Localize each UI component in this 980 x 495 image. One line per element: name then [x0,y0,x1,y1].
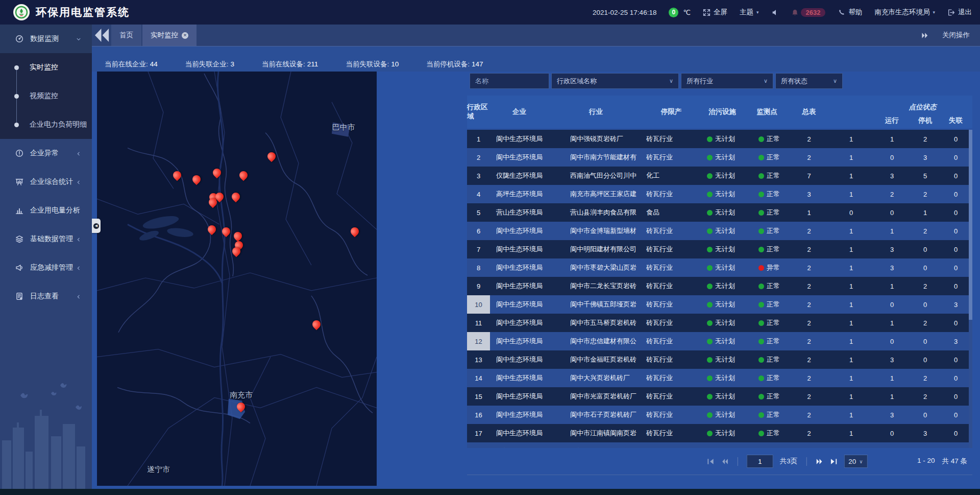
table-row-14[interactable]: 14阆中生态环境局阆中大兴页岩机砖厂砖瓦行业无计划正常21120 [467,369,972,387]
map-pin-16[interactable] [237,401,245,412]
table-row-17[interactable]: 17阆中生态环境局阆中市江南镇阆南页岩砖瓦行业无计划正常21030 [467,424,972,442]
cell-facility-status: 正常 [745,226,789,235]
cell-run-count: 0 [873,154,911,161]
stats-bar: 当前在线企业:44当前失联企业:3当前在线设备:211当前失联设备:10当前停机… [92,46,980,72]
status-dot-icon [707,394,713,399]
table-row-12[interactable]: 12阆中生态环境局阆中市忠信建材有限公砖瓦行业无计划正常21003 [467,332,972,350]
table-row-3[interactable]: 3仪陇生态环境局西南油气田分公司川中化工无计划正常71350 [467,167,972,185]
map-pin-2[interactable] [173,170,181,181]
first-page-button[interactable] [707,458,715,465]
stat-value: 3 [231,60,235,68]
table-row-16[interactable]: 16阆中生态环境局阆中市石子页岩机砖厂砖瓦行业无计划正常21300 [467,406,972,424]
status-dot-icon [707,320,713,326]
tab-0[interactable]: 首页 [111,25,141,46]
page-size-select[interactable]: 20∨ [844,455,867,468]
sidebar-item-5[interactable]: 应急减排管理 [0,253,92,282]
sidebar: 数据监测实时监控视频监控企业电力负荷明细企业异常企业综合统计企业用电量分析基础数… [0,25,92,489]
cell-lost-count: 0 [939,319,972,327]
sidebar-subitem-2[interactable]: 企业电力负荷明细 [0,110,92,139]
cell-total-meter: 1 [829,135,873,143]
table-row-2[interactable]: 2阆中生态环境局阆中市南方节能建材有砖瓦行业无计划正常21030 [467,148,972,167]
map-pin-0[interactable] [267,151,276,162]
close-operations-button[interactable]: 关闭操作 [942,31,970,40]
cell-monitor-count: 2 [789,319,829,327]
table-row-8[interactable]: 8阆中生态环境局阆中市枣碧大梁山页岩砖瓦行业无计划异常21300 [467,258,972,277]
region-filter-select[interactable]: 行政区域名称∨ [551,73,679,89]
map-panel[interactable]: 巴中市南充市遂宁市 [97,72,377,486]
map-pin-8[interactable] [209,197,217,208]
map-pin-7[interactable] [232,191,240,202]
sidebar-item-2[interactable]: 企业综合统计 [0,168,92,196]
table-row-10[interactable]: 10阆中生态环境局阆中千佛镇五郎垭页岩砖瓦行业无计划正常21003 [467,295,972,314]
cell-facility-status: 正常 [745,153,789,162]
table-row-1[interactable]: 1阆中生态环境局阆中强锐页岩砖厂砖瓦行业无计划正常21120 [467,130,972,148]
table-row-7[interactable]: 7阆中生态环境局阆中明阳建材有限公司砖瓦行业无计划正常21300 [467,240,972,258]
cell-region: 阆中生态环境局 [490,318,549,327]
map-pin-3[interactable] [192,174,201,185]
cell-monitor-count: 2 [789,356,829,364]
cell-stop-count: 0 [911,411,939,419]
cell-company: 阆中市金福旺页岩机砖 [549,355,643,364]
help-button[interactable]: 帮助 [838,8,862,17]
mute-button[interactable] [771,9,779,16]
cell-industry: 砖瓦行业 [643,355,699,364]
map-pin-1[interactable] [213,167,221,178]
table-row-11[interactable]: 11阆中生态环境局阆中市五马桥页岩机砖砖瓦行业无计划正常21120 [467,314,972,332]
status-dot-icon [707,284,713,289]
cell-region: 阆中生态环境局 [490,337,549,346]
tabs-scroll-left-button[interactable] [92,25,111,46]
table-row-9[interactable]: 9阆中生态环境局阆中市二龙长宝页岩砖砖瓦行业无计划正常21120 [467,277,972,295]
industry-filter-select[interactable]: 所有行业∨ [681,73,773,89]
chevron-down-icon: ∨ [764,78,768,84]
theme-menu[interactable]: 主题▾ [740,8,759,17]
sidebar-subitem-1[interactable]: 视频监控 [0,82,92,110]
cell-limit-status: 无计划 [699,318,745,327]
tab-1[interactable]: 实时监控✕ [142,25,197,46]
sidebar-item-0[interactable]: 数据监测 [0,25,92,53]
cell-company: 阆中市光富页岩机砖厂 [549,392,643,401]
fullscreen-button[interactable]: 全屏 [703,8,727,17]
map-pin-9[interactable] [208,224,216,235]
stat-item-4: 当前停机设备:147 [426,60,483,69]
sidebar-item-6[interactable]: 日志查看 [0,282,92,311]
name-filter-input[interactable] [470,73,549,89]
notifications[interactable]: 2632 [791,8,826,17]
cell-region: 阆中生态环境局 [490,281,549,291]
cell-company: 阆中市南方节能建材有 [549,153,643,162]
scrollbar-thumb[interactable] [969,130,972,320]
cell-limit-status: 无计划 [699,134,745,144]
cell-row-number: 5 [467,203,490,222]
table-row-13[interactable]: 13阆中生态环境局阆中市金福旺页岩机砖砖瓦行业无计划正常21300 [467,350,972,369]
sidebar-item-3[interactable]: 企业用电量分析 [0,196,92,225]
cell-lost-count: 3 [939,338,972,345]
map-pin-14[interactable] [351,226,359,237]
map-pin-13[interactable] [232,246,240,257]
cell-stop-count: 5 [911,172,939,180]
table-row-6[interactable]: 6阆中生态环境局阆中市金博瑞新型墙材砖瓦行业无计划正常21120 [467,222,972,240]
sidebar-item-1[interactable]: 企业异常 [0,139,92,168]
tabs-scroll-right-button[interactable] [921,32,929,39]
table-row-5[interactable]: 5营山生态环境局营山县润丰肉食品有限食品无计划正常10010 [467,203,972,222]
cell-run-count: 1 [873,374,911,382]
cell-run-count: 1 [873,319,911,327]
close-icon[interactable]: ✕ [182,32,188,39]
cell-company: 阆中市江南镇阆南页岩 [549,429,643,438]
cell-industry: 砖瓦行业 [643,300,699,309]
logout-button[interactable]: 退出 [947,8,972,17]
table-row-15[interactable]: 15阆中生态环境局阆中市光富页岩机砖厂砖瓦行业无计划正常21120 [467,387,972,406]
map-pin-4[interactable] [239,170,248,181]
org-menu[interactable]: 南充市生态环境局▾ [874,8,935,17]
last-page-button[interactable] [829,458,837,465]
map-collapse-handle[interactable]: ◀ [92,219,101,233]
sidebar-subitem-0[interactable]: 实时监控 [0,53,92,82]
status-filter-select[interactable]: 所有状态∨ [775,73,843,89]
sidebar-item-4[interactable]: 基础数据管理 [0,225,92,253]
table-row-4[interactable]: 4高坪生态环境局南充市高坪区王家店建砖瓦行业无计划正常31220 [467,185,972,203]
map-pin-15[interactable] [312,319,321,330]
next-page-button[interactable] [815,458,823,465]
prev-page-button[interactable] [721,458,729,465]
map-pin-10[interactable] [222,226,230,237]
page-number-input[interactable] [747,455,773,468]
stat-value: 147 [472,60,483,68]
layers-icon [15,235,23,243]
